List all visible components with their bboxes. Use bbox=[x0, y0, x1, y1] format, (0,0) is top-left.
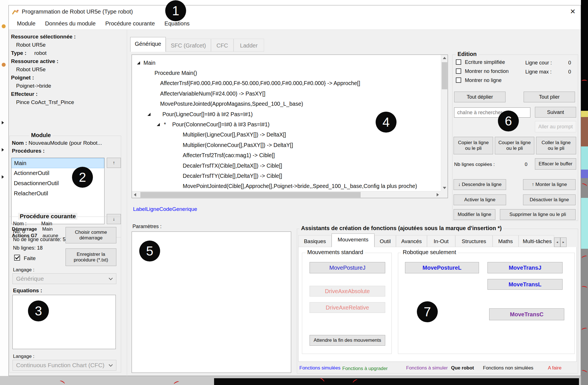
suivant-button[interactable]: Suivant bbox=[535, 107, 576, 118]
annotation-marker-6: 6 bbox=[498, 111, 519, 131]
menu-module[interactable]: Module bbox=[12, 20, 40, 27]
expander-icon[interactable] bbox=[137, 61, 140, 64]
expander-icon[interactable] bbox=[147, 113, 151, 116]
move-posture-j-button[interactable]: MovePostureJ bbox=[310, 262, 385, 273]
tout-plier-button[interactable]: Tout plier bbox=[524, 92, 575, 102]
expander-icon[interactable] bbox=[157, 123, 160, 126]
enregistrer-procedure-button[interactable]: Enregistrer la procédure (*.txt) bbox=[66, 248, 116, 266]
monter-la-ligne-button[interactable]: ↑ Monter la ligne bbox=[523, 179, 576, 190]
annotation-marker-2: 2 bbox=[72, 167, 93, 188]
code-line[interactable]: AffecterTrsf2Trsf(cao:mag1) -> Cible[] bbox=[132, 150, 448, 161]
tab-ladder[interactable]: Ladder bbox=[234, 39, 264, 52]
move-trans-l-button[interactable]: MoveTransL bbox=[487, 279, 563, 290]
code-line[interactable]: Main bbox=[132, 58, 448, 68]
tab-avances[interactable]: Avancés bbox=[396, 235, 427, 247]
tab-maths[interactable]: Maths bbox=[493, 235, 519, 247]
scroll-left-icon[interactable] bbox=[134, 193, 136, 196]
code-line[interactable]: Multiplier(ColonneCour[],PasXY[]) -> Del… bbox=[132, 140, 448, 150]
attendre-fin-mouvements-button[interactable]: Attendre la fin des mouvements bbox=[310, 335, 385, 346]
tab-sfc-grafcet[interactable]: SFC (Grafcet) bbox=[166, 39, 211, 52]
faite-checkbox[interactable] bbox=[14, 255, 20, 261]
tab-structures[interactable]: Structures bbox=[455, 235, 493, 247]
code-line[interactable]: *Pour(ColonneCour[]=I#0 à I#3 Pas=I#1) bbox=[132, 119, 448, 129]
tab-mouvements[interactable]: Mouvements bbox=[332, 233, 374, 247]
code-line[interactable]: DecalerTrsfTX(Cible[],DeltaX[]) -> Cible… bbox=[132, 161, 448, 171]
effacer-le-buffer-button[interactable]: Effacer le buffer bbox=[535, 158, 576, 170]
move-trans-j-button[interactable]: MoveTransJ bbox=[487, 262, 563, 273]
montrer-no-fonction-checkbox[interactable] bbox=[456, 68, 461, 74]
coller-la-ligne-button[interactable]: Coller la ligne ou le pli bbox=[536, 137, 576, 154]
tab-cfc[interactable]: CFC bbox=[211, 39, 234, 52]
modifier-la-ligne-button[interactable]: Modifier la ligne bbox=[454, 209, 495, 220]
tout-deplier-button[interactable]: Tout déplier bbox=[454, 92, 506, 102]
montrer-no-fonction-label: Montrer no fonction bbox=[465, 68, 509, 74]
module-legend: Module bbox=[29, 132, 53, 139]
drive-axe-relative-button[interactable]: DriveAxeRelative bbox=[310, 302, 385, 313]
ecriture-simplifiee-label: Ecriture simplifiée bbox=[465, 59, 505, 65]
module-nom-label: Nom : bbox=[12, 140, 27, 146]
close-icon[interactable]: ✕ bbox=[570, 8, 576, 16]
ecriture-simplifiee-checkbox[interactable] bbox=[456, 59, 461, 65]
move-procedure-up-button[interactable]: ↑ bbox=[107, 158, 121, 168]
horizontal-scrollbar[interactable] bbox=[132, 191, 441, 198]
code-line[interactable]: MovePostureJointed(ApproMagasins,Speed_1… bbox=[132, 99, 448, 109]
move-trans-c-button[interactable]: MoveTransC bbox=[489, 308, 564, 320]
langage2-value: Continuous Function Chart (CFC) bbox=[16, 362, 104, 369]
code-line[interactable]: Procedure Main() bbox=[132, 68, 448, 78]
legend-fonctions-simulees: Fonctions simulées bbox=[299, 365, 341, 371]
background-artifact bbox=[173, 380, 180, 385]
equations-textarea[interactable] bbox=[12, 295, 116, 349]
tab-scroll-right-button[interactable]: ► bbox=[560, 237, 567, 247]
montrer-no-ligne-checkbox[interactable] bbox=[456, 77, 461, 83]
list-item-procedure[interactable]: RelacherOutil bbox=[12, 189, 104, 199]
code-line[interactable]: AffecterTrsf{F#0.000,F#0.000,F#-50.000,F… bbox=[132, 78, 448, 88]
legend-que-robot: Que robot bbox=[451, 365, 474, 371]
code-line[interactable]: MovePointJointed(Cible[],Approche[],Poig… bbox=[132, 181, 448, 191]
menu-bar: Module Données du module Procédure coura… bbox=[9, 18, 581, 30]
poignet-value: Poignet->bride bbox=[11, 82, 76, 90]
activer-la-ligne-button[interactable]: Activer la ligne bbox=[454, 194, 506, 205]
type-value: robot bbox=[34, 50, 47, 56]
search-input[interactable] bbox=[454, 107, 530, 118]
code-line[interactable]: DecalerTrsfTY(Cible[],DeltaY[]) -> Cible… bbox=[132, 171, 448, 181]
tab-multi-taches[interactable]: Multi-tâches bbox=[519, 235, 554, 247]
code-editor[interactable]: Main Procedure Main() AffecterTrsf{F#0.0… bbox=[132, 55, 448, 198]
scroll-down-icon[interactable] bbox=[443, 187, 446, 189]
tab-scroll-left-button[interactable]: ◄ bbox=[554, 237, 560, 247]
tab-outil[interactable]: Outil bbox=[374, 235, 396, 247]
ligne-cour-value: 0 bbox=[568, 60, 571, 66]
menu-donnees-du-module[interactable]: Données du module bbox=[40, 20, 101, 27]
code-line[interactable]: AffecterVariableNum(F#24.000) -> PasXY[] bbox=[132, 88, 448, 99]
poignet-label: Poignet : bbox=[11, 73, 76, 82]
code-line[interactable]: Pour(LigneCour[]=I#0 à I#2 Pas=I#1) bbox=[132, 109, 448, 119]
legend-fonctions-a-simuler: Fonctions à simuler bbox=[406, 365, 448, 371]
tab-basiques[interactable]: Basiques bbox=[298, 235, 332, 247]
desactiver-la-ligne-button[interactable]: Désactiver la ligne bbox=[523, 194, 576, 205]
tab-generique[interactable]: Générique bbox=[130, 37, 166, 52]
aller-au-prompt-button[interactable]: Aller au prompt bbox=[535, 121, 576, 132]
copier-la-ligne-button[interactable]: Copier la ligne ou le pli bbox=[454, 137, 493, 154]
annotation-marker-5: 5 bbox=[139, 241, 160, 261]
list-item-procedure[interactable]: Main bbox=[12, 158, 104, 168]
mouvements-standard-groupbox: Mouvements standard MovePostureJ DriveAx… bbox=[302, 253, 392, 354]
scroll-right-icon[interactable] bbox=[437, 193, 439, 196]
couper-la-ligne-button[interactable]: Couper la ligne ou le pli bbox=[495, 137, 534, 154]
descendre-la-ligne-button[interactable]: ↓ Descendre la ligne bbox=[454, 179, 506, 190]
vertical-scrollbar[interactable] bbox=[441, 55, 448, 191]
resource-selected-label: Ressource sélectionnée : bbox=[11, 33, 76, 41]
code-line[interactable]: Multiplier(LigneCour[],PasXY[]) -> Delta… bbox=[132, 130, 448, 140]
langage-select[interactable]: Générique bbox=[12, 273, 116, 284]
insertion-mark: * bbox=[164, 121, 166, 128]
langage2-select[interactable]: Continuous Function Chart (CFC) bbox=[12, 360, 116, 371]
tab-in-out[interactable]: In-Out bbox=[427, 235, 455, 247]
scroll-up-icon[interactable] bbox=[443, 57, 446, 59]
move-posture-l-button[interactable]: MovePostureL bbox=[405, 262, 479, 273]
drive-axe-absolute-button[interactable]: DriveAxeAbsolute bbox=[310, 286, 385, 297]
supprimer-la-ligne-button[interactable]: Supprimer la ligne ou le pli bbox=[500, 209, 576, 220]
menu-equations[interactable]: Equations bbox=[160, 20, 194, 27]
choisir-comme-demarrage-button[interactable]: Choisir comme démarrage bbox=[66, 227, 116, 243]
sidebar: Ressource sélectionnée : Robot UR5e Type… bbox=[9, 30, 127, 376]
background-app-right-strip bbox=[581, 0, 588, 385]
menu-procedure-courante[interactable]: Procédure courante bbox=[101, 20, 160, 27]
screen: Programmation de Robot UR5e (Type robot)… bbox=[0, 0, 588, 385]
